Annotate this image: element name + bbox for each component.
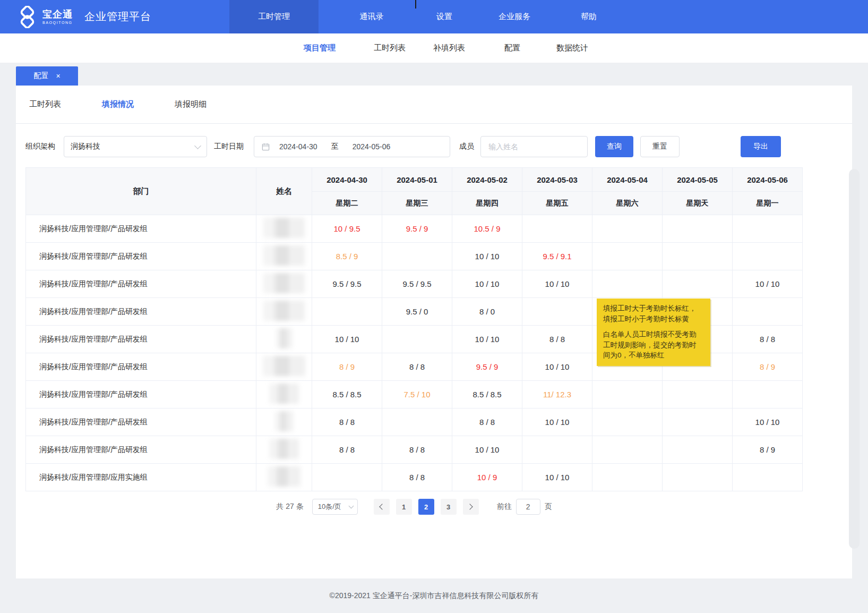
export-button[interactable]: 导出 <box>741 136 781 157</box>
hours-cell <box>733 298 803 326</box>
date-end-value: 2024-05-06 <box>353 142 391 151</box>
name-cell <box>256 436 312 464</box>
hours-cell <box>663 381 733 408</box>
dept-cell: 润扬科技/应用管理部/产品研发组 <box>26 243 256 270</box>
top-nav-item-0[interactable]: 工时管理 <box>229 0 319 33</box>
member-label: 成员 <box>459 136 474 157</box>
redacted-name <box>275 411 293 431</box>
hours-cell <box>663 243 733 270</box>
weekday-header-4: 星期六 <box>592 192 663 215</box>
hours-cell: 8 / 9 <box>312 353 382 381</box>
hours-cell <box>663 215 733 243</box>
weekday-header-6: 星期一 <box>733 192 803 215</box>
page-size-value: 10条/页 <box>318 502 341 512</box>
member-name-input[interactable] <box>481 137 587 157</box>
table-row: 润扬科技/应用管理部/产品研发组10 / 9.59.5 / 910.5 / 9 <box>26 215 803 243</box>
date-range-picker[interactable]: 2024-04-30 至 2024-05-06 <box>254 136 450 157</box>
top-nav-item-2[interactable]: 设置 <box>425 0 464 33</box>
hours-cell <box>592 215 663 243</box>
hours-cell <box>733 464 803 491</box>
sub-nav-item-0[interactable]: 项目管理 <box>297 33 342 63</box>
note-line-4: 工时规则影响，提交的考勤时 <box>603 340 704 351</box>
redacted-name <box>269 439 299 459</box>
table-row: 润扬科技/应用管理部/产品研发组9.5 / 9.59.5 / 9.510 / 1… <box>26 270 803 298</box>
panel-tab-1[interactable]: 填报情况 <box>102 99 134 109</box>
tab-close-icon[interactable]: × <box>56 72 60 80</box>
date-separator: 至 <box>331 142 339 151</box>
top-nav-item-3[interactable]: 企业服务 <box>464 0 565 33</box>
panel-tab-0[interactable]: 工时列表 <box>29 99 61 109</box>
page-button-1[interactable]: 1 <box>396 499 412 515</box>
jump-page-input[interactable] <box>516 499 540 515</box>
top-header: 宝企通 BAOQITONG 企业管理平台 工时管理通讯录设置企业服务帮助 <box>0 0 868 33</box>
chevron-right-icon <box>467 504 473 509</box>
hours-cell: 10 / 10 <box>522 408 592 436</box>
hours-cell: 8 / 8 <box>382 353 452 381</box>
name-cell <box>256 464 312 491</box>
hours-cell: 8.5 / 9 <box>312 243 382 270</box>
panel-tab-2[interactable]: 填报明细 <box>175 99 207 109</box>
tab-config[interactable]: 配置 × <box>16 66 78 86</box>
hours-cell: 10 / 10 <box>522 353 592 381</box>
note-line-0: 填报工时大于考勤时长标红， <box>603 303 704 314</box>
dept-cell: 润扬科技/应用管理部/产品研发组 <box>26 436 256 464</box>
name-cell <box>256 270 312 298</box>
search-button[interactable]: 查询 <box>595 136 633 157</box>
scrollbar-track[interactable] <box>849 169 860 549</box>
hours-cell <box>592 436 663 464</box>
hours-cell: 10 / 9 <box>452 464 522 491</box>
sub-nav-item-4[interactable]: 数据统计 <box>550 33 595 63</box>
main-panel: 工时列表填报情况填报明细 组织架构 润扬科技 工时日期 2024-04-30 至… <box>16 86 852 578</box>
hours-cell: 10 / 10 <box>733 270 803 298</box>
reset-button[interactable]: 重置 <box>640 136 680 157</box>
name-cell <box>256 243 312 270</box>
hours-cell: 8 / 9 <box>733 436 803 464</box>
legend-note: 填报工时大于考勤时长标红，填报工时小于考勤时长标黄白名单人员工时填报不受考勤工时… <box>597 299 710 366</box>
top-nav-item-4[interactable]: 帮助 <box>565 0 613 33</box>
table-row: 润扬科技/应用管理部/产品研发组8.5 / 910 / 109.5 / 9.1 <box>26 243 803 270</box>
name-cell <box>256 353 312 381</box>
hours-cell <box>592 270 663 298</box>
page-button-2[interactable]: 2 <box>418 499 434 515</box>
hours-cell: 9.5 / 9 <box>382 215 452 243</box>
page-size-select[interactable]: 10条/页 <box>312 499 358 515</box>
hours-cell <box>382 243 452 270</box>
hours-cell: 8 / 8 <box>733 326 803 353</box>
note-line-2 <box>603 324 704 329</box>
weekday-header-3: 星期五 <box>522 192 592 215</box>
hours-cell: 9.5 / 0 <box>382 298 452 326</box>
sub-nav-item-1[interactable]: 工时列表 <box>367 33 412 63</box>
top-nav-item-1[interactable]: 通讯录 <box>319 0 425 33</box>
filter-row: 组织架构 润扬科技 工时日期 2024-04-30 至 2024-05-06 成… <box>16 136 852 157</box>
org-select[interactable]: 润扬科技 <box>64 136 207 157</box>
sub-nav-item-2[interactable]: 补填列表 <box>427 33 471 63</box>
page-button-3[interactable]: 3 <box>441 499 457 515</box>
table-row: 润扬科技/应用管理部/产品研发组8 / 88 / 810 / 1010 / 10 <box>26 408 803 436</box>
weekday-header-0: 星期二 <box>312 192 382 215</box>
redacted-name <box>263 218 305 238</box>
next-page-button[interactable] <box>463 499 479 515</box>
prev-page-button[interactable] <box>374 499 390 515</box>
jump-label: 前往 <box>497 502 512 512</box>
page-jump: 前往 页 <box>497 499 552 515</box>
redacted-name <box>276 328 292 348</box>
member-input-box <box>480 136 588 157</box>
hours-cell <box>663 436 733 464</box>
hours-cell: 8 / 9 <box>733 353 803 381</box>
hours-cell: 11/ 12.3 <box>522 381 592 408</box>
date-header-5: 2024-05-05 <box>663 168 733 192</box>
date-header-3: 2024-05-03 <box>522 168 592 192</box>
dept-cell: 润扬科技/应用管理部/产品研发组 <box>26 215 256 243</box>
baoqitong-logo-icon <box>16 6 38 28</box>
redacted-name <box>263 245 305 266</box>
table-row: 润扬科技/应用管理部/产品研发组8 / 88 / 810 / 108 / 9 <box>26 436 803 464</box>
calendar-icon <box>262 143 270 151</box>
name-cell <box>256 408 312 436</box>
redacted-name <box>263 301 305 321</box>
hours-cell: 8 / 8 <box>382 464 452 491</box>
brand-name-cn: 宝企通 <box>42 10 73 19</box>
hours-cell: 10 / 10 <box>312 326 382 353</box>
sub-nav-item-3[interactable]: 配置 <box>497 33 527 63</box>
dept-cell: 润扬科技/应用管理部/产品研发组 <box>26 326 256 353</box>
hours-cell <box>382 408 452 436</box>
